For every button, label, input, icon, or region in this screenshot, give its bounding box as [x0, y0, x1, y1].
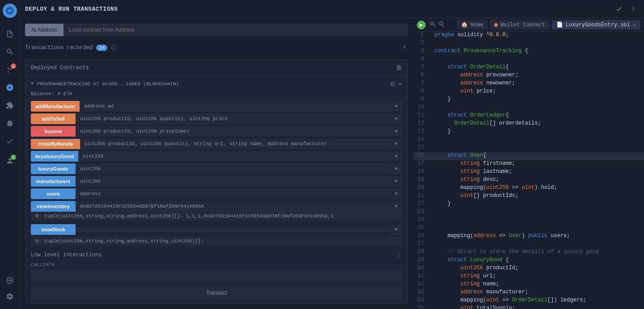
fn-row-buyone: buyone uint256 productId, uint256 priceI…: [31, 126, 402, 137]
code-line-7: 7 address newowner;: [413, 80, 644, 88]
buyone-expand[interactable]: ▼: [390, 126, 402, 137]
user-icon[interactable]: 2: [3, 154, 17, 168]
keysluxurygood-params: uint256: [78, 151, 390, 162]
info-icon[interactable]: ⓘ: [111, 44, 116, 52]
luxurygoods-button[interactable]: luxuryGoods: [31, 163, 76, 174]
code-line-1: 1 pragma solidity ^0.8.0;: [413, 32, 644, 40]
luxurygoods-params: uint256: [76, 163, 390, 174]
check-icon[interactable]: [614, 4, 624, 14]
code-line-5: 5 struct OrderDetail{: [413, 64, 644, 72]
at-address-input[interactable]: [64, 24, 408, 36]
source-control-icon[interactable]: 2: [3, 63, 17, 77]
code-line-4: 4: [413, 56, 644, 64]
tab-home[interactable]: 🏠 Home: [457, 20, 488, 29]
users-expand[interactable]: ▼: [390, 189, 402, 199]
remove-contract-icon[interactable]: ✕: [398, 80, 402, 88]
contract-expand-icon[interactable]: ▼: [31, 81, 34, 86]
debug-icon[interactable]: [3, 116, 17, 130]
code-line-3: 3 contract ProvenanceTracking {: [413, 48, 644, 56]
addtosell-button[interactable]: addToSell: [31, 113, 76, 124]
left-panel: At Address Transactions recorded 14 ⓘ De…: [20, 18, 413, 309]
fn-row-createbymanufacturer: createByManufa uint256 productId, uint25…: [31, 138, 402, 149]
code-line-19: 19 string desc;: [413, 176, 644, 184]
viewinventory-button[interactable]: viewInventory: [31, 201, 76, 212]
zoom-controls: [429, 21, 445, 29]
delete-contracts-icon[interactable]: 🗑: [396, 64, 402, 71]
keysluxurygood-expand[interactable]: ▼: [390, 151, 402, 162]
code-line-8: 8 uint price;: [413, 88, 644, 96]
keysluxurygood-button[interactable]: keysluxuryGood: [31, 151, 78, 162]
wallet-icon: [494, 23, 498, 27]
viewstock-output: 0: tuple(uint256,string,string,address,s…: [31, 237, 402, 246]
contract-balance: Balance: 0 ETH: [31, 91, 402, 96]
low-level-header: Low level interactions ⋮: [31, 251, 402, 259]
code-editor: ▶ 🏠 Home Wallet Conn: [413, 18, 644, 309]
viewinventory-output: 0: tuple(uint256,string,string,address,u…: [31, 212, 402, 221]
tab-luxury-goods-entry[interactable]: 📄 LuxuryGoodsEntry.sol ✕: [552, 20, 640, 29]
deploy-icon[interactable]: [3, 80, 17, 95]
manufacturers-expand[interactable]: ▼: [390, 176, 402, 187]
search-icon[interactable]: [3, 45, 17, 59]
at-address-row: At Address: [25, 24, 408, 36]
code-line-27: 27: [413, 241, 644, 249]
addtosell-params: uint256 productId, uint256 quantity, uin…: [76, 113, 390, 124]
copy-address-icon[interactable]: ⧉: [390, 80, 395, 88]
chevron-right-icon[interactable]: [628, 4, 639, 14]
viewstock-button[interactable]: viewStock: [31, 224, 76, 235]
editor-top-bar: ▶ 🏠 Home Wallet Conn: [413, 18, 644, 32]
run-button[interactable]: ▶: [417, 21, 426, 29]
low-level-interactions: Low level interactions ⋮ CALLDATA Transa…: [31, 251, 402, 300]
calldata-label: CALLDATA: [31, 262, 402, 267]
createbymanufacturer-button[interactable]: createByManufa: [31, 139, 80, 149]
deployed-contracts: Deployed Contracts 🗑 ▼ PROVENANCETRACKIN…: [25, 59, 408, 304]
users-button[interactable]: users: [31, 188, 76, 199]
zoom-in-icon[interactable]: [429, 21, 436, 29]
git-icon[interactable]: [3, 273, 17, 288]
at-address-button[interactable]: At Address: [25, 24, 64, 36]
luxurygoods-expand[interactable]: ▼: [390, 164, 402, 174]
tab-wallet-label: Wallet Connect: [500, 22, 546, 28]
code-line-22: 22 }: [413, 200, 644, 209]
test-icon[interactable]: [3, 134, 17, 148]
app-logo[interactable]: [3, 4, 17, 18]
createbymanufacturer-expand[interactable]: ▼: [390, 139, 402, 149]
source-badge: 2: [11, 63, 16, 69]
buyone-button[interactable]: buyone: [31, 126, 76, 137]
addtosell-expand[interactable]: ▼: [390, 114, 402, 124]
tab-wallet-connect[interactable]: Wallet Connect: [490, 20, 550, 29]
code-line-24: 24: [413, 217, 644, 225]
plugin-icon[interactable]: [3, 98, 17, 113]
code-line-30: 30 uint256 productId;: [413, 265, 644, 273]
code-line-15: 15: [413, 144, 644, 152]
tab-close-icon[interactable]: ✕: [633, 21, 636, 28]
fn-row-manufacturers: manufacturers uint256 ▼: [31, 176, 402, 187]
viewinventory-expand[interactable]: ▼: [390, 201, 402, 212]
code-line-10: 10: [413, 104, 644, 112]
contract-instance: ▼ PROVENANCETRACKING AT 0X389...1A6E8 (B…: [25, 76, 407, 303]
createbymanufacturer-params: uint256 productId, uint256 quantity, str…: [80, 138, 390, 149]
manufacturers-button[interactable]: manufacturers: [31, 176, 76, 187]
fn-row-users: users address ▼: [31, 188, 402, 199]
calldata-input[interactable]: [31, 269, 402, 283]
settings-icon[interactable]: [3, 289, 17, 304]
zoom-out-icon[interactable]: [438, 21, 445, 29]
low-level-options-icon[interactable]: ⋮: [396, 251, 402, 259]
code-line-14: 14: [413, 136, 644, 144]
transact-button[interactable]: Transact: [31, 286, 402, 300]
fn-row-addmanufacturer: addManufacturer address ad ▼: [31, 101, 402, 112]
deployed-contracts-title: Deployed Contracts: [31, 65, 396, 71]
addmanufacturer-button[interactable]: addManufacturer: [31, 101, 80, 112]
code-line-33: 33 address manufacturer;: [413, 289, 644, 297]
code-line-23: 23: [413, 209, 644, 217]
viewinventory-container: viewInventory 0x927d3194416F1C5E5A9D87Bf…: [31, 201, 402, 221]
files-icon[interactable]: [3, 27, 17, 41]
deployed-contracts-header: Deployed Contracts 🗑: [25, 60, 407, 76]
main-content: DEPLOY & RUN TRANSACTIONS At Address Tra…: [20, 0, 644, 309]
code-line-35: 35 uint totalSupply;: [413, 305, 644, 309]
editor-tabs: 🏠 Home Wallet Connect 📄 LuxuryGoodsEntry…: [457, 20, 640, 29]
viewstock-expand[interactable]: ▼: [390, 225, 402, 235]
addmanufacturer-expand[interactable]: ▼: [390, 101, 402, 112]
code-line-17: 17 string firstname;: [413, 160, 644, 168]
code-line-11: 11 struct OrderLedger{: [413, 112, 644, 120]
transactions-expand-icon[interactable]: [401, 43, 408, 52]
